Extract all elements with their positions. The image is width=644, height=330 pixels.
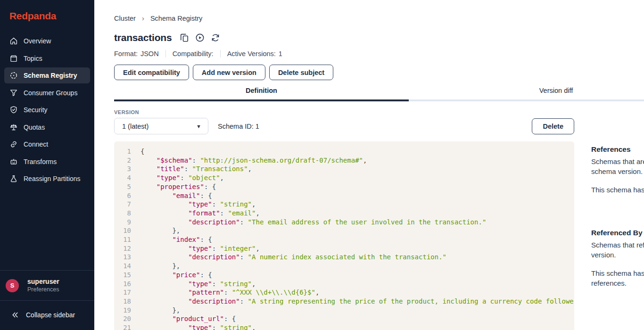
code-text: "format": "email",	[140, 209, 260, 218]
code-line: 4 "type": "object",	[114, 173, 574, 182]
code-text: "type": "integer",	[140, 244, 260, 253]
subject-meta: Format:JSONCompatibility:Active Versions…	[114, 50, 644, 58]
code-text: "price": {	[140, 271, 212, 280]
code-line: 21 "type": "string",	[114, 323, 574, 330]
sidebar: Redpanda OverviewTopicsSchema RegistryCo…	[0, 0, 94, 330]
line-number: 4	[114, 173, 131, 182]
line-number: 18	[114, 297, 131, 306]
line-number: 7	[114, 200, 131, 209]
code-line: 7 "type": "string",	[114, 200, 574, 209]
sidebar-item-consumer-groups[interactable]: Consumer Groups	[4, 85, 90, 101]
code-line: 18 "description": "A string representing…	[114, 297, 574, 306]
code-text: "pattern": "^XXX \\d+\\.\\d{6}$",	[140, 288, 319, 297]
tab-definition[interactable]: Definition	[114, 87, 409, 101]
delete-version-button[interactable]: Delete	[532, 118, 574, 134]
scales-icon	[9, 123, 18, 132]
avatar: S	[6, 279, 19, 292]
line-number: 15	[114, 271, 131, 280]
meta-value: 1	[279, 50, 282, 58]
code-text: },	[140, 262, 180, 271]
chevron-down-icon: ▼	[196, 124, 201, 129]
meta-value: JSON	[140, 50, 159, 58]
meta-item: Format:JSON	[114, 50, 159, 58]
referenced-by-description: Schemas that reference this schema versi…	[591, 240, 644, 260]
line-number: 1	[114, 147, 131, 156]
redpanda-logo: Redpanda	[0, 0, 94, 22]
code-line: 15 "price": {	[114, 271, 574, 280]
user-profile[interactable]: S superuser Preferences	[0, 271, 94, 300]
code-text: "properties": {	[140, 182, 216, 191]
code-text: "title": "Transactions",	[140, 165, 252, 173]
delete-subject-button[interactable]: Delete subject	[269, 65, 333, 80]
shield-check-icon	[9, 106, 18, 114]
line-number: 12	[114, 244, 131, 253]
copy-icon[interactable]	[180, 33, 189, 42]
sidebar-item-label: Overview	[24, 37, 51, 45]
code-line: 1{	[114, 147, 574, 156]
sidebar-item-connect[interactable]: Connect	[4, 136, 90, 152]
flask-icon	[9, 174, 18, 183]
play-circle-icon[interactable]	[195, 33, 205, 42]
meta-label: Compatibility:	[173, 50, 214, 58]
line-number: 2	[114, 156, 131, 165]
line-number: 19	[114, 306, 131, 315]
code-line: 17 "pattern": "^XXX \\d+\\.\\d{6}$",	[114, 288, 574, 297]
referenced-by-title: Referenced By	[591, 228, 644, 238]
tab-version-diff[interactable]: Version diff	[409, 87, 644, 101]
line-number: 6	[114, 191, 131, 200]
main-content: Cluster›Schema Registry transactions For…	[94, 0, 644, 330]
code-text: "description": "A string representing th…	[140, 297, 574, 306]
subject-actions: Edit compatibilityAdd new versionDelete …	[114, 65, 644, 80]
code-text: "$schema": "http://json-schema.org/draft…	[140, 156, 367, 165]
sidebar-item-overview[interactable]: Overview	[4, 33, 90, 49]
edit-compatibility-button[interactable]: Edit compatibility	[114, 65, 189, 80]
link-icon	[9, 140, 18, 148]
breadcrumb-item[interactable]: Schema Registry	[150, 15, 202, 22]
code-line: 5 "properties": {	[114, 182, 574, 191]
line-number: 10	[114, 226, 131, 235]
divider	[220, 50, 221, 58]
version-label: VERSION	[114, 109, 644, 115]
add-new-version-button[interactable]: Add new version	[193, 65, 265, 80]
sidebar-nav: OverviewTopicsSchema RegistryConsumer Gr…	[0, 33, 94, 188]
schema-code-editor[interactable]: 1{2 "$schema": "http://json-schema.org/d…	[114, 141, 574, 330]
sidebar-item-schema-registry[interactable]: Schema Registry	[4, 67, 90, 83]
code-line: 6 "email": {	[114, 191, 574, 200]
meta-label: Format:	[114, 50, 138, 58]
version-select[interactable]: 1 (latest) ▼	[114, 118, 208, 134]
line-number: 21	[114, 323, 131, 330]
sidebar-item-quotas[interactable]: Quotas	[4, 119, 90, 135]
funnel-icon	[9, 89, 18, 97]
references-description: Schemas that are referenced by this sche…	[591, 157, 644, 176]
code-text: "description": "A numeric index associat…	[140, 253, 446, 262]
code-line: 12 "type": "integer",	[114, 244, 574, 253]
refresh-icon[interactable]	[211, 33, 220, 42]
schema-id: Schema ID: 1	[218, 123, 259, 130]
sidebar-item-topics[interactable]: Topics	[4, 50, 90, 66]
preferences-link[interactable]: Preferences	[27, 286, 59, 294]
code-text: "type": "string",	[140, 200, 256, 209]
code-text: "type": "string",	[140, 280, 256, 289]
home-icon	[9, 37, 18, 45]
line-number: 17	[114, 288, 131, 297]
code-text: "type": "string",	[140, 323, 256, 330]
sidebar-item-security[interactable]: Security	[4, 102, 90, 118]
code-line: 8 "format": "email",	[114, 209, 574, 218]
robot-icon	[9, 157, 18, 166]
sidebar-item-label: Topics	[24, 55, 42, 62]
meta-label: Active Versions:	[227, 50, 276, 58]
collapse-sidebar-label: Collapse sidebar	[26, 311, 75, 319]
sidebar-item-label: Quotas	[24, 124, 45, 131]
code-line: 20 "product_url": {	[114, 314, 574, 323]
code-text: "email": {	[140, 191, 212, 200]
references-title: References	[591, 144, 644, 154]
line-number: 5	[114, 182, 131, 191]
sidebar-item-transforms[interactable]: Transforms	[4, 154, 90, 170]
collapse-sidebar-button[interactable]: Collapse sidebar	[0, 301, 94, 330]
code-line: 13 "description": "A numeric index assoc…	[114, 253, 574, 262]
references-status: This schema has no references.	[591, 185, 644, 195]
breadcrumb-item[interactable]: Cluster	[114, 15, 136, 22]
sidebar-item-reassign-partitions[interactable]: Reassign Partitions	[4, 171, 90, 187]
code-line: 14 },	[114, 262, 574, 271]
line-number: 13	[114, 253, 131, 262]
